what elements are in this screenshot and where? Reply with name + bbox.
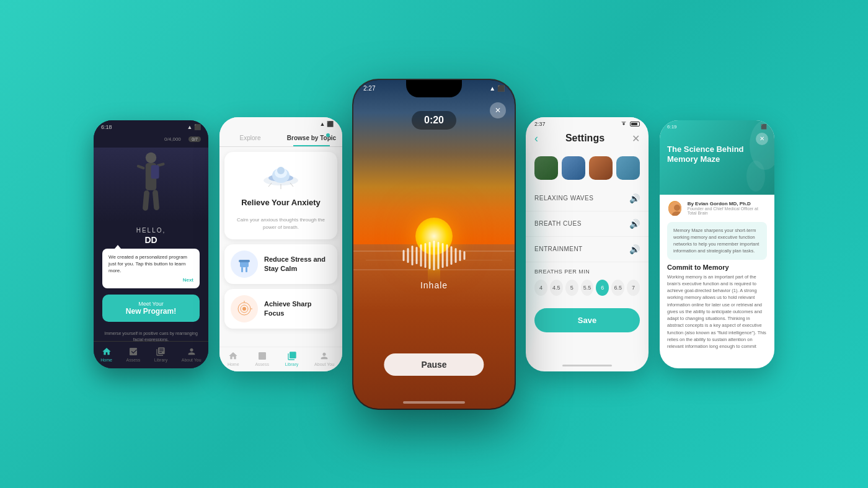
- svg-rect-5: [153, 189, 160, 210]
- stress-card-title: Reduce Stress and Stay Calm: [264, 255, 331, 273]
- sound-ocean[interactable]: [616, 156, 640, 180]
- screen1-cta-bottom: New Program!: [108, 307, 193, 316]
- bar8: [433, 241, 435, 270]
- tab-explore[interactable]: Explore: [219, 130, 281, 146]
- screen4-statusbar: 2:37: [526, 117, 649, 130]
- s2-assess-icon: [257, 351, 267, 361]
- screen1-hello: HELLO,: [94, 222, 208, 235]
- nav-assess-label: Assess: [126, 358, 141, 362]
- bar3: [412, 246, 414, 265]
- screen5-title-area: The Science Behind Memory Maze: [660, 130, 774, 171]
- screens-container: 6:18 ▲ ⬛ 0/4,000 0/7 HELLO, DD We cre: [94, 80, 774, 409]
- bar6: [425, 243, 427, 268]
- bar9: [438, 242, 440, 269]
- center-wifi-battery: ▲ ⬛: [489, 85, 505, 92]
- svg-point-11: [277, 167, 285, 174]
- inhale-label: Inhale: [420, 280, 448, 290]
- breath-opt-55[interactable]: 5.5: [581, 280, 594, 296]
- center-time: 2:27: [363, 85, 375, 92]
- author-name: By Evian Gordon MD, Ph.D: [688, 201, 767, 206]
- tab-browse-by-topic[interactable]: Browse by Topic: [281, 130, 342, 146]
- s2-nav-library[interactable]: Library: [285, 351, 298, 366]
- pause-button[interactable]: Pause: [384, 353, 484, 376]
- screen1-wifi-battery: ▲ ⬛: [187, 124, 201, 130]
- screen1-cta-button[interactable]: Meet Your New Program!: [102, 295, 200, 322]
- silhouette-figure: [94, 148, 208, 222]
- center-close-btn[interactable]: ✕: [490, 102, 506, 118]
- screen2-phone: ▲ ⬛ Explore Browse by Topic: [219, 117, 342, 371]
- screen2-nav: Home Assess Library About You: [219, 347, 342, 371]
- center-phone: 2:27 ▲ ⬛ ✕: [353, 80, 515, 409]
- sound-options: [526, 150, 649, 186]
- beach-img: [589, 156, 613, 180]
- body-text-2: Working memory is an important part of t…: [667, 273, 767, 350]
- breath-opt-5[interactable]: 5: [565, 280, 578, 296]
- screen4-time: 2:37: [534, 121, 546, 127]
- bar5: [420, 244, 422, 267]
- waves-img: [562, 156, 585, 180]
- nav-home[interactable]: Home: [100, 347, 112, 362]
- author-row: By Evian Gordon MD, Ph.D Founder and Chi…: [667, 195, 767, 222]
- relaxing-audio-icon[interactable]: 🔊: [629, 193, 640, 203]
- bar12: [451, 246, 453, 265]
- settings-close-btn[interactable]: ✕: [632, 133, 640, 144]
- card-reduce-stress[interactable]: Reduce Stress and Stay Calm: [224, 244, 337, 284]
- bar14: [459, 250, 461, 261]
- author-title: Founder and Chief Medical Officer at Tot…: [688, 206, 767, 215]
- chair-svg: [235, 255, 254, 273]
- card-relieve-anxiety[interactable]: Relieve Your Anxiety Calm your anxious t…: [224, 152, 337, 239]
- screen1-nav: Home Assess Library About You: [94, 341, 208, 368]
- bar10: [442, 243, 444, 268]
- battery-icon: [630, 122, 640, 126]
- bar2: [407, 248, 409, 263]
- breath-opt-45[interactable]: 4.5: [550, 280, 563, 296]
- nav-library[interactable]: Library: [154, 347, 167, 362]
- breath-audio-icon[interactable]: 🔊: [629, 219, 640, 229]
- save-button[interactable]: Save: [534, 308, 640, 332]
- nav-library-label: Library: [154, 358, 167, 362]
- screen2-wifi-battery: ▲ ⬛: [320, 121, 334, 127]
- svg-rect-17: [246, 267, 247, 272]
- anxiety-illustration: [259, 161, 303, 192]
- author-info: By Evian Gordon MD, Ph.D Founder and Chi…: [688, 201, 767, 215]
- anxiety-card-subtitle: Calm your anxious thoughts through the p…: [233, 216, 329, 230]
- screen1-next-btn[interactable]: Next: [108, 277, 193, 283]
- svg-rect-16: [241, 267, 243, 272]
- nav-assess[interactable]: Assess: [126, 347, 141, 362]
- settings-title: Settings: [565, 133, 604, 144]
- breath-opt-7[interactable]: 7: [627, 280, 640, 296]
- screen1-badge: 0/7: [188, 136, 201, 142]
- screen5-header: 6:19 ⬛ The Science Behind Memory Maze ✕: [660, 120, 774, 195]
- screen1-tooltip: We created a personalized program just f…: [102, 249, 200, 289]
- anxiety-card-title: Relieve Your Anxiety: [241, 198, 321, 208]
- card-achieve-focus[interactable]: Achieve Sharp Focus: [224, 289, 337, 329]
- nav-about[interactable]: About You: [182, 347, 202, 362]
- back-button[interactable]: ‹: [534, 132, 538, 145]
- svg-rect-6: [151, 165, 159, 179]
- screen5-time: 6:19: [667, 124, 677, 130]
- svg-point-21: [242, 307, 246, 311]
- bar13: [455, 248, 457, 263]
- bar11: [446, 244, 448, 267]
- about-icon: [187, 347, 197, 357]
- focus-card-text: Achieve Sharp Focus: [264, 299, 331, 317]
- s2-nav-home[interactable]: Home: [228, 351, 239, 366]
- bar4: [416, 247, 418, 264]
- screen1-progress-text: 0/4,000: [164, 136, 181, 142]
- s2-nav-assess[interactable]: Assess: [255, 351, 269, 366]
- anxiety-svg: [259, 161, 303, 192]
- s2-nav-about[interactable]: About You: [314, 351, 334, 366]
- breath-opt-6[interactable]: 6: [596, 280, 609, 296]
- entrainment-audio-icon[interactable]: 🔊: [629, 244, 640, 254]
- stress-card-text: Reduce Stress and Stay Calm: [264, 255, 331, 273]
- intro-text: Memory Maze sharpens your short-term wor…: [673, 227, 761, 255]
- center-phone-wrapper: 2:27 ▲ ⬛ ✕: [353, 80, 515, 409]
- sound-waves[interactable]: [562, 156, 585, 180]
- breath-bars: [403, 241, 466, 270]
- svg-point-0: [146, 152, 156, 162]
- nav-about-label: About You: [182, 358, 202, 362]
- sound-beach[interactable]: [589, 156, 613, 180]
- bar15: [464, 251, 466, 260]
- bar7: [429, 242, 431, 269]
- breath-opt-65[interactable]: 6.5: [611, 280, 624, 296]
